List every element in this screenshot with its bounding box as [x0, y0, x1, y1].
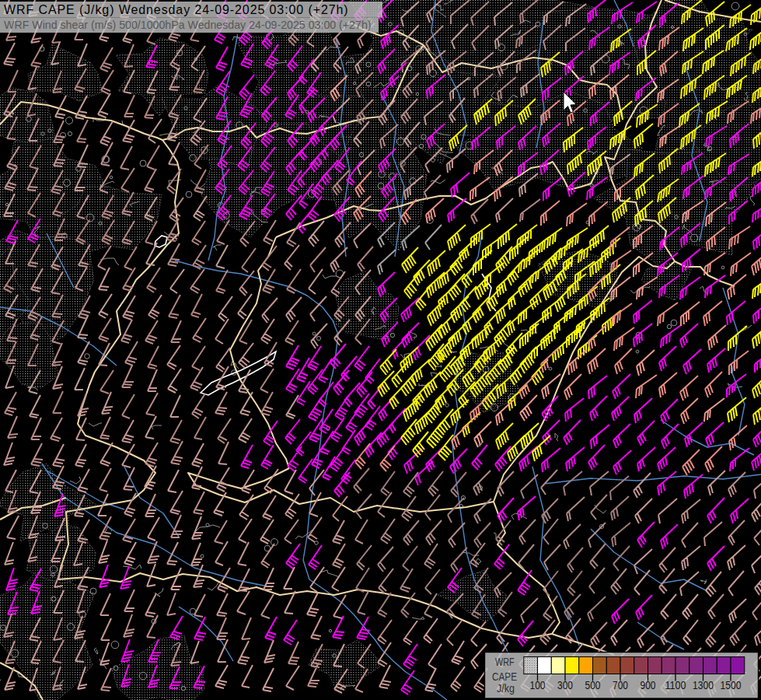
svg-text:1100: 1100	[665, 679, 686, 691]
svg-text:WRF Wind shear (m/s) 500/1000h: WRF Wind shear (m/s) 500/1000hPa Wednesd…	[4, 19, 372, 31]
svg-text:500: 500	[585, 679, 601, 691]
svg-text:CAPE: CAPE	[492, 670, 517, 683]
svg-text:100: 100	[530, 679, 546, 691]
svg-text:1300: 1300	[693, 679, 714, 691]
svg-text:J/kg: J/kg	[497, 682, 515, 695]
svg-text:700: 700	[613, 679, 628, 691]
svg-text:900: 900	[641, 679, 656, 691]
svg-text:WRF CAPE (J/kg) Wednesday 24-0: WRF CAPE (J/kg) Wednesday 24-09-2025 03:…	[4, 3, 349, 16]
svg-text:WRF: WRF	[495, 656, 515, 668]
svg-text:300: 300	[557, 679, 573, 691]
svg-text:1500: 1500	[721, 679, 742, 691]
